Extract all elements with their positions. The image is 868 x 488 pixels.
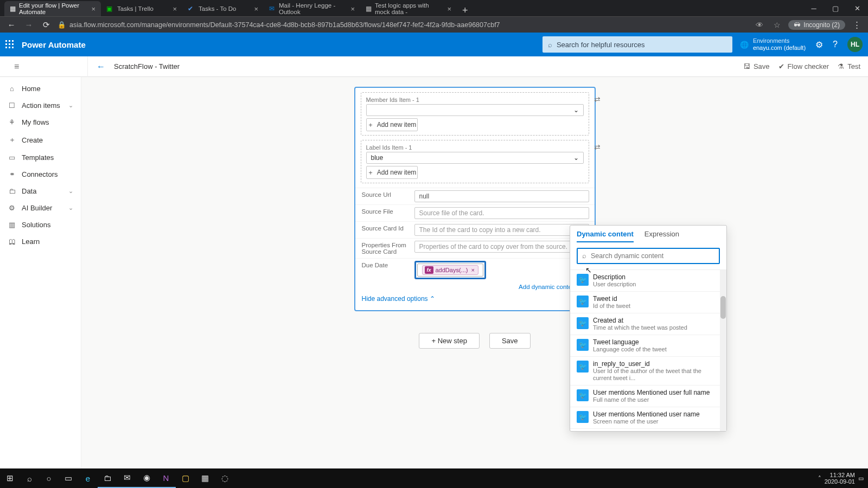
tab-dynamic-content[interactable]: Dynamic content <box>577 230 634 242</box>
flyout-search-input[interactable]: ⌕ Search dynamic content <box>577 248 720 264</box>
nav-item-connectors[interactable]: ⚭Connectors <box>0 166 81 183</box>
close-icon[interactable]: × <box>254 5 258 13</box>
clock[interactable]: 11:32 AM 2020-09-01 <box>825 472 855 485</box>
cortana-button[interactable]: ○ <box>39 468 59 488</box>
hide-advanced-toggle[interactable]: Hide advanced options ⌃ <box>355 291 595 305</box>
sticky-notes-button[interactable]: ▢ <box>176 468 195 488</box>
edge-button[interactable]: e <box>78 468 98 488</box>
obs-button[interactable]: ◌ <box>215 468 234 488</box>
chrome-button[interactable]: ◉ <box>137 468 156 488</box>
add-member-item-button[interactable]: ＋Add new item <box>366 118 418 131</box>
chevron-down-icon: ⌄ <box>573 106 579 114</box>
close-icon[interactable]: × <box>447 5 451 13</box>
member-ids-select[interactable]: ⌄ <box>366 104 584 116</box>
nav-label: Home <box>22 85 41 93</box>
test-button[interactable]: ⚗Test <box>838 62 860 70</box>
new-tab-button[interactable]: + <box>457 5 474 16</box>
browser-tab-0[interactable]: ▦Edit your flow | Power Automate× <box>4 1 101 16</box>
close-icon[interactable]: × <box>350 5 355 13</box>
nav-item-create[interactable]: ＋Create <box>0 131 81 149</box>
eye-off-icon[interactable]: 👁 <box>754 21 765 29</box>
notifications-button[interactable]: ▭ <box>858 475 864 482</box>
minimize-button[interactable]: ─ <box>803 0 825 16</box>
nav-item-data[interactable]: 🗀Data⌄ <box>0 183 81 200</box>
add-label-item-button[interactable]: ＋Add new item <box>366 166 418 179</box>
props-input[interactable]: Properties of the card to copy over from… <box>414 241 589 253</box>
source-card-row: Source Card Id The Id of the card to cop… <box>355 221 595 238</box>
new-step-button[interactable]: + New step <box>419 333 479 349</box>
nav-item-templates[interactable]: ▭Templates <box>0 149 81 166</box>
search-button[interactable]: ⌕ <box>20 468 39 488</box>
explorer-button[interactable]: 🗀 <box>98 468 117 488</box>
close-button[interactable]: ✕ <box>846 0 868 16</box>
item-desc: Id of the tweet <box>593 303 630 310</box>
source-card-select[interactable]: The Id of the card to copy into a new ca… <box>414 224 589 236</box>
nav-item-learn[interactable]: 🕮Learn <box>0 233 81 250</box>
dynamic-content-item[interactable]: 🐦in_reply_to_user_idUser Id of the autho… <box>570 357 726 386</box>
browser-tab-3[interactable]: ✉Mail - Henry Legge - Outlook× <box>264 1 360 16</box>
label-ids-select[interactable]: blue⌄ <box>366 152 584 164</box>
action-card: ⇄ Member Ids Item - 1 ⌄ ＋Add new item ⇄ … <box>354 87 596 311</box>
incognito-indicator[interactable]: 🕶Incognito (2) <box>788 20 845 30</box>
dynamic-content-item[interactable]: 🐦Tweet languageLanguage code of the twee… <box>570 335 726 357</box>
nav-icon: ⚙ <box>8 204 16 212</box>
switch-array-button[interactable]: ⇄ <box>594 143 601 151</box>
source-url-input[interactable]: null <box>414 190 589 202</box>
nav-forward-button[interactable]: → <box>23 20 35 29</box>
due-date-input[interactable]: fx addDays(...) × <box>417 264 483 277</box>
dynamic-content-item[interactable]: 🐦Created atTime at which the tweet was p… <box>570 313 726 335</box>
browser-tab-1[interactable]: ▣Tasks | Trello× <box>101 1 182 16</box>
source-file-input[interactable]: Source file of the card. <box>414 207 589 219</box>
nav-back-button[interactable]: ← <box>5 20 17 29</box>
header-search[interactable]: ⌕ Search for helpful resources <box>542 36 732 53</box>
scrollbar[interactable] <box>720 270 726 431</box>
reload-button[interactable]: ⟳ <box>40 20 52 30</box>
expression-token[interactable]: fx addDays(...) × <box>422 265 478 275</box>
help-button[interactable]: ? <box>833 40 838 49</box>
tab-title: Tasks | Trello <box>117 5 154 12</box>
svg-rect-8 <box>12 47 14 48</box>
switch-array-button[interactable]: ⇄ <box>594 95 601 104</box>
add-dynamic-content-link[interactable]: Add dynamic content ▶ <box>355 281 595 291</box>
close-icon[interactable]: × <box>173 5 177 13</box>
nav-item-solutions[interactable]: ▥Solutions <box>0 216 81 233</box>
tab-expression[interactable]: Expression <box>644 230 679 242</box>
close-icon[interactable]: × <box>91 5 95 13</box>
url-field[interactable]: 🔒asia.flow.microsoft.com/manage/environm… <box>58 21 748 29</box>
token-remove-button[interactable]: × <box>470 267 475 273</box>
environment-picker[interactable]: 🌐 Environmentsenayu.com (default) <box>740 37 806 52</box>
browser-tab-4[interactable]: ▦Test logic apps with mock data -× <box>360 1 457 16</box>
mail-button[interactable]: ✉ <box>117 468 137 488</box>
dynamic-content-item[interactable]: 🐦Tweet idId of the tweet <box>570 292 726 313</box>
settings-button[interactable]: ⚙ <box>815 40 823 50</box>
nav-icon: ▥ <box>8 221 16 229</box>
task-view-button[interactable]: ▭ <box>59 468 78 488</box>
bookmark-icon[interactable]: ☆ <box>771 21 783 29</box>
tray-chevron-icon[interactable]: ˄ <box>818 475 821 482</box>
nav-item-my-flows[interactable]: ⚘My flows <box>0 114 81 131</box>
browser-tab-2[interactable]: ✔Tasks - To Do× <box>182 1 264 16</box>
nav-item-ai-builder[interactable]: ⚙AI Builder⌄ <box>0 200 81 216</box>
start-button[interactable]: ⊞ <box>0 468 20 488</box>
scrollbar-thumb[interactable] <box>720 296 726 319</box>
dynamic-content-item[interactable]: 🐦User mentions Mentioned user full nameF… <box>570 386 726 407</box>
nav-label: Templates <box>22 153 54 162</box>
dynamic-content-item[interactable]: 🐦User mentions Mentioned user nameScreen… <box>570 407 726 429</box>
flow-checker-button[interactable]: ✔Flow checker <box>778 62 829 70</box>
user-avatar[interactable]: HL <box>847 37 863 52</box>
back-button[interactable]: ← <box>97 62 105 72</box>
nav-item-home[interactable]: ⌂Home <box>0 80 81 97</box>
onenote-button[interactable]: N <box>156 468 176 488</box>
save-button[interactable]: 🖫Save <box>743 62 770 70</box>
save-flow-button[interactable]: Save <box>489 333 531 349</box>
svg-rect-0 <box>5 40 7 42</box>
dynamic-content-item[interactable]: 🐦Original tweet textText content of the … <box>570 429 726 431</box>
browser-menu-button[interactable]: ⋮ <box>851 20 863 30</box>
app-launcher-button[interactable] <box>5 40 14 49</box>
dynamic-content-item[interactable]: 🐦DescriptionUser description <box>570 270 726 292</box>
product-title: Power Automate <box>22 40 86 49</box>
calculator-button[interactable]: ▦ <box>195 468 215 488</box>
nav-item-action-items[interactable]: ☐Action items⌄ <box>0 97 81 114</box>
maximize-button[interactable]: ▢ <box>825 0 846 16</box>
hamburger-button[interactable]: ≡ <box>14 62 19 72</box>
